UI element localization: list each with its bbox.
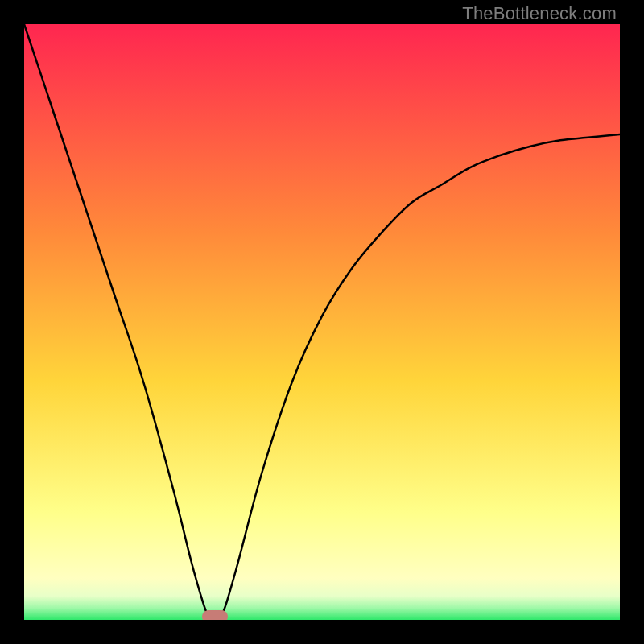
chart-frame: TheBottleneck.com: [0, 0, 644, 644]
optimal-marker: [202, 610, 228, 620]
bottleneck-curve: [24, 24, 620, 620]
plot-area: [24, 24, 620, 620]
watermark-text: TheBottleneck.com: [462, 3, 617, 24]
